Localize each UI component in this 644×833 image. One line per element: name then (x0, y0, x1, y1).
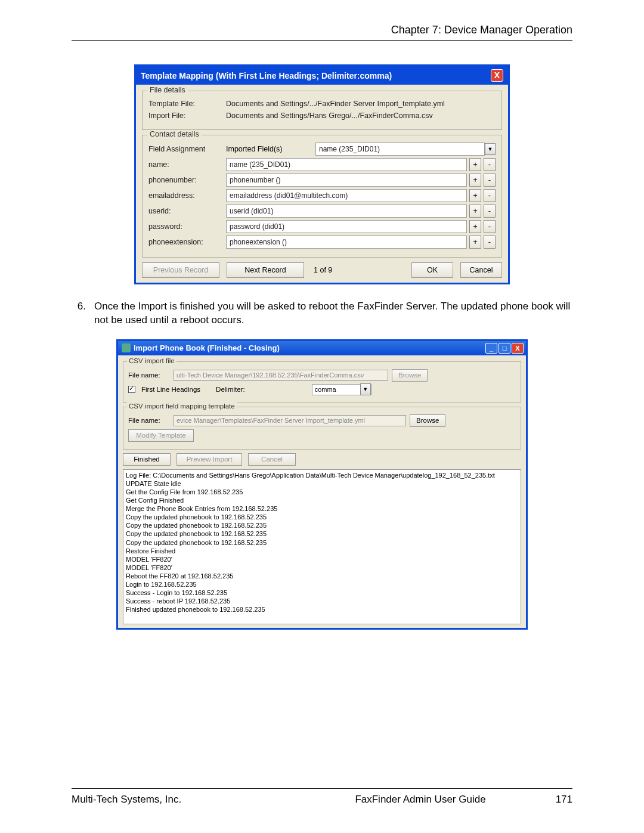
page-footer: Multi-Tech Systems, Inc. FaxFinder Admin… (72, 788, 572, 806)
app-icon (122, 343, 131, 352)
maximize-icon[interactable]: □ (499, 343, 510, 354)
chevron-down-icon[interactable]: ▼ (360, 383, 371, 395)
imported-fields-label: Imported Field(s) (226, 145, 315, 153)
cancel-button[interactable]: Cancel (460, 262, 502, 278)
finished-button[interactable]: Finished (123, 453, 171, 466)
cancel-import-button[interactable]: Cancel (248, 453, 296, 466)
import-phone-book-dialog: Import Phone Book (Finished - Closing) _… (116, 339, 528, 630)
contact-row-input[interactable]: password (did01) (226, 220, 467, 233)
log-output: Log File: C:\Documents and Settings\Hans… (123, 469, 521, 624)
contact-details-legend: Contact details (147, 130, 202, 138)
plus-button[interactable]: + (469, 189, 481, 202)
dlg1-title: Template Mapping (With First Line Headin… (141, 71, 491, 80)
csv-import-fieldset: CSV import file File name: ulti-Tech Dev… (123, 361, 521, 403)
map-filename-input[interactable]: evice Manager\Templates\FaxFinder Server… (174, 415, 406, 426)
template-file-label: Template File: (148, 100, 226, 108)
minus-button[interactable]: - (484, 236, 496, 249)
plus-button[interactable]: + (469, 236, 481, 249)
map-browse-button[interactable]: Browse (410, 414, 445, 427)
chevron-down-icon[interactable]: ▼ (485, 143, 496, 155)
close-icon[interactable]: X (512, 343, 524, 354)
delimiter-select[interactable]: comma ▼ (312, 384, 371, 395)
imported-fields-select[interactable]: name (235_DID01) (315, 143, 485, 156)
previous-record-button[interactable]: Previous Record (142, 262, 219, 278)
page-header: Chapter 7: Device Manager Operation (72, 24, 572, 36)
dlg2-title: Import Phone Book (Finished - Closing) (134, 343, 485, 352)
action-row: Finished Preview Import Cancel (123, 453, 521, 466)
minimize-icon[interactable]: _ (485, 343, 497, 354)
modify-template-button[interactable]: Modify Template (128, 429, 194, 442)
file-details-fieldset: File details Template File: Documents an… (142, 91, 502, 130)
contact-row-label: emailaddress: (148, 191, 226, 200)
csv-browse-button[interactable]: Browse (392, 369, 428, 382)
minus-button[interactable]: - (484, 189, 496, 202)
footer-center: FaxFinder Admin User Guide (304, 794, 537, 806)
step-6: 6. Once the Import is finished you will … (72, 300, 572, 327)
mapping-template-legend: CSV import field mapping template (127, 402, 237, 410)
map-filename-label: File name: (128, 417, 170, 424)
import-file-value: Documents and Settings/Hans Grego/.../Fa… (226, 112, 496, 120)
csv-filename-input[interactable]: ulti-Tech Device Manager\192.168.52.235\… (174, 370, 388, 381)
dlg1-bottom-row: Previous Record Next Record 1 of 9 OK Ca… (142, 262, 502, 278)
close-icon[interactable]: X (491, 69, 503, 82)
plus-button[interactable]: + (469, 220, 481, 233)
ok-button[interactable]: OK (411, 262, 453, 278)
template-file-value: Documents and Settings/.../FaxFinder Ser… (226, 100, 496, 108)
plus-button[interactable]: + (469, 174, 481, 187)
next-record-button[interactable]: Next Record (227, 262, 304, 278)
file-details-legend: File details (147, 86, 188, 94)
first-line-label: First Line Headings (141, 386, 200, 393)
dlg2-body: CSV import file File name: ulti-Tech Dev… (118, 355, 526, 628)
minus-button[interactable]: - (484, 220, 496, 233)
delimiter-value: comma (312, 386, 360, 393)
contact-row-label: phoneextension: (148, 238, 226, 246)
minus-button[interactable]: - (484, 158, 496, 171)
contact-row-label: name: (148, 160, 226, 169)
contact-row-input[interactable]: phonenumber () (226, 174, 467, 187)
minus-button[interactable]: - (484, 205, 496, 218)
delimiter-label: Delimiter: (216, 386, 245, 393)
dlg1-titlebar: Template Mapping (With First Line Headin… (136, 66, 508, 85)
template-mapping-dialog: Template Mapping (With First Line Headin… (134, 64, 510, 284)
contact-row-label: phonenumber: (148, 176, 226, 184)
plus-button[interactable]: + (469, 158, 481, 171)
preview-import-button[interactable]: Preview Import (177, 453, 242, 466)
csv-filename-label: File name: (128, 371, 170, 379)
dlg1-body: File details Template File: Documents an… (136, 85, 508, 283)
contact-row-input[interactable]: userid (did01) (226, 205, 467, 218)
contact-row-input[interactable]: phoneextension () (226, 236, 467, 249)
dlg2-titlebar: Import Phone Book (Finished - Closing) _… (118, 341, 526, 355)
import-file-label: Import File: (148, 112, 226, 120)
footer-left: Multi-Tech Systems, Inc. (72, 794, 304, 806)
contact-row-label: password: (148, 222, 226, 231)
contact-details-fieldset: Contact details Field Assignment Importe… (142, 135, 502, 258)
csv-import-legend: CSV import file (127, 357, 177, 364)
plus-button[interactable]: + (469, 205, 481, 218)
header-rule (72, 40, 572, 41)
step-number: 6. (72, 300, 94, 327)
field-assignment-label: Field Assignment (148, 145, 226, 153)
minus-button[interactable]: - (484, 174, 496, 187)
contact-row-input[interactable]: name (235_DID01) (226, 158, 467, 171)
footer-right: 171 (537, 794, 572, 806)
record-counter: 1 of 9 (314, 266, 332, 274)
step-text: Once the Import is finished you will be … (94, 300, 572, 327)
contact-row-label: userid: (148, 207, 226, 215)
mapping-template-fieldset: CSV import field mapping template File n… (123, 407, 521, 450)
first-line-checkbox[interactable] (128, 386, 135, 393)
contact-row-input[interactable]: emailaddress (did01@multitech.com) (226, 189, 467, 202)
